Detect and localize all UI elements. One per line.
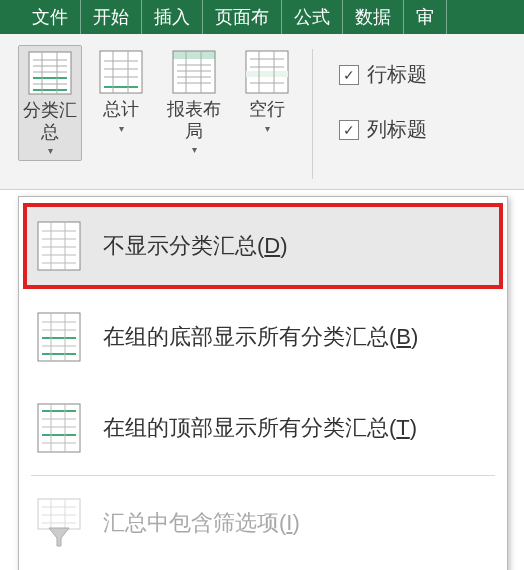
blankrows-icon [244,49,290,95]
subtotal-button[interactable]: 分类汇总 ▾ [18,45,82,161]
subtotal-icon [27,50,73,96]
subtotal-dropdown-menu: 不显示分类汇总(D) 在组的底部显示所有分类汇总(B) 在组的顶部显示所有分类汇… [18,196,508,570]
menu-include-filtered[interactable]: 汇总中包含筛选项(I) [25,482,501,564]
grandtotal-button[interactable]: 总计 ▾ [94,45,148,138]
tab-data[interactable]: 数据 [343,0,404,34]
menu-no-subtotal-label: 不显示分类汇总(D) [103,231,288,261]
check-icon: ✓ [339,65,359,85]
tab-home[interactable]: 开始 [81,0,142,34]
row-headers-checkbox[interactable]: ✓ 行标题 [339,61,427,88]
tab-formulas[interactable]: 公式 [282,0,343,34]
bottom-subtotal-icon [37,312,81,362]
dropdown-icon: ▾ [119,123,124,134]
subtotal-label: 分类汇总 [21,100,79,143]
tab-insert[interactable]: 插入 [142,0,203,34]
report-layout-label: 报表布局 [165,99,223,142]
tab-review[interactable]: 审 [404,0,447,34]
svg-rect-55 [38,499,80,529]
tab-file[interactable]: 文件 [20,0,81,34]
dropdown-icon: ▾ [48,145,53,156]
report-layout-button[interactable]: 报表布局 ▾ [160,45,228,159]
menu-no-subtotal[interactable]: 不显示分类汇总(D) [25,205,501,287]
menu-top-subtotal[interactable]: 在组的顶部显示所有分类汇总(T) [25,387,501,469]
top-subtotal-icon [37,403,81,453]
grandtotal-icon [98,49,144,95]
ribbon: 分类汇总 ▾ 总计 ▾ 报表布局 ▾ 空行 ▾ ✓ [0,34,524,190]
col-headers-checkbox[interactable]: ✓ 列标题 [339,116,427,143]
tab-bar: 文件 开始 插入 页面布 公式 数据 审 [0,0,524,34]
grandtotal-label: 总计 [103,99,139,121]
dropdown-icon: ▾ [192,144,197,155]
svg-rect-0 [29,52,71,94]
check-icon: ✓ [339,120,359,140]
svg-rect-17 [173,51,215,59]
row-headers-label: 行标题 [367,61,427,88]
menu-include-filtered-label: 汇总中包含筛选项(I) [103,508,300,538]
menu-top-subtotal-label: 在组的顶部显示所有分类汇总(T) [103,413,417,443]
svg-rect-27 [246,71,288,77]
separator [312,49,313,179]
report-layout-icon [171,49,217,95]
ribbon-group-layout: 分类汇总 ▾ 总计 ▾ 报表布局 ▾ 空行 ▾ ✓ [18,45,427,185]
menu-separator [31,475,495,476]
col-headers-label: 列标题 [367,116,427,143]
tab-pagelayout[interactable]: 页面布 [203,0,282,34]
filtered-subtotal-icon [37,498,81,548]
blankrows-button[interactable]: 空行 ▾ [240,45,294,138]
no-subtotal-icon [37,221,81,271]
blankrows-label: 空行 [249,99,285,121]
headers-group: ✓ 行标题 ✓ 列标题 [331,45,427,143]
menu-bottom-subtotal-label: 在组的底部显示所有分类汇总(B) [103,322,418,352]
dropdown-icon: ▾ [265,123,270,134]
menu-bottom-subtotal[interactable]: 在组的底部显示所有分类汇总(B) [25,296,501,378]
